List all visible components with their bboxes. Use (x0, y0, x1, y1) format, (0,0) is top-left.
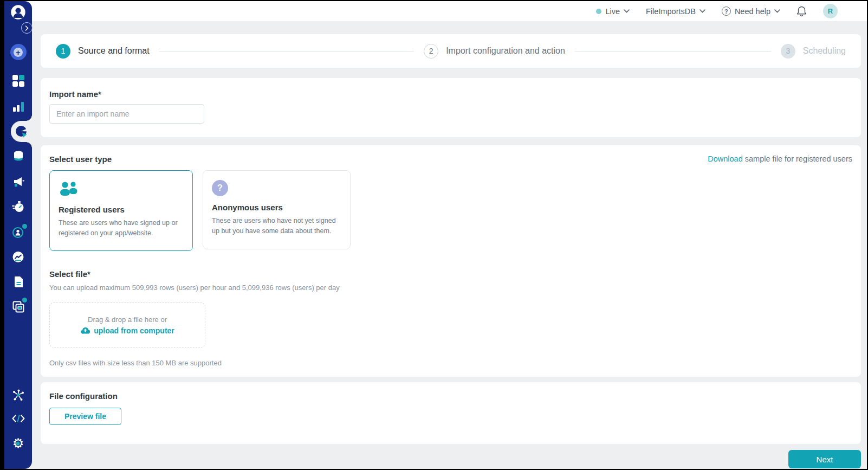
pie-chart-icon (15, 125, 28, 138)
bell-icon (796, 5, 807, 17)
stepper-connector (159, 51, 414, 51)
sidebar-item-insights[interactable] (4, 250, 32, 264)
question-mark-icon: ? (212, 180, 228, 196)
chevron-down-icon (699, 9, 705, 13)
preview-file-button[interactable]: Preview file (49, 408, 121, 425)
project-name: FileImportsDB (646, 7, 696, 16)
database-icon (12, 150, 25, 162)
app-logo[interactable] (4, 4, 32, 20)
user-avatar[interactable]: R (823, 4, 838, 18)
sidebar-expand-button[interactable] (21, 22, 33, 34)
step-number: 1 (56, 44, 70, 59)
step-label: Source and format (78, 46, 150, 56)
sidebar-item-dashboard[interactable] (4, 75, 32, 87)
sidebar-item-analytics[interactable] (4, 102, 32, 112)
chevron-right-icon (25, 25, 29, 31)
help-icon: ? (722, 7, 731, 16)
sidebar-item-journeys[interactable] (4, 200, 32, 214)
environment-label: Live (605, 7, 620, 16)
notification-badge (22, 298, 27, 302)
upload-limit-note: You can upload maximum 509,993 rows (use… (49, 284, 852, 292)
top-bar: Live FileImportsDB ? Need help R (4, 1, 867, 21)
help-menu[interactable]: ? Need help (722, 7, 780, 16)
step-scheduling[interactable]: 3 Scheduling (781, 44, 846, 59)
create-new-button[interactable]: + (4, 44, 32, 60)
main-content: 1 Source and format 2 Import configurati… (32, 21, 867, 469)
sidebar-item-segments-active[interactable] (11, 121, 32, 142)
document-icon (12, 275, 24, 288)
step-label: Scheduling (803, 46, 846, 56)
megaphone-icon (12, 175, 25, 188)
sidebar-item-campaigns[interactable] (4, 175, 32, 188)
sidebar-item-settings[interactable]: ⚙ (4, 437, 32, 450)
file-support-note: Only csv files with size less than 150 M… (49, 359, 852, 367)
next-button[interactable]: Next (788, 450, 861, 468)
step-number: 3 (781, 44, 795, 59)
chevron-down-icon (774, 9, 780, 13)
step-source-and-format[interactable]: 1 Source and format (56, 44, 150, 59)
people-icon (59, 180, 81, 196)
chevron-down-icon (624, 9, 630, 13)
download-sample-link[interactable]: Download (708, 154, 743, 163)
plus-icon: + (10, 44, 27, 60)
sidebar-nav: + (4, 1, 32, 469)
live-status-icon (596, 9, 601, 14)
gear-icon: ⚙ (12, 437, 24, 450)
step-label: Import configuration and action (446, 46, 565, 56)
sidebar-item-data[interactable] (4, 150, 32, 162)
bar-chart-icon (13, 102, 24, 112)
card-title: Anonymous users (212, 203, 341, 212)
step-import-configuration[interactable]: 2 Import configuration and action (424, 44, 565, 59)
select-file-heading: Select file* (49, 269, 852, 279)
cloud-upload-icon (80, 326, 90, 334)
sidebar-item-developer[interactable] (4, 414, 32, 423)
file-dropzone[interactable]: Drag & drop a file here or upload from c… (49, 302, 205, 347)
stopwatch-icon (11, 200, 25, 214)
stepper-connector (575, 51, 771, 51)
wizard-stepper: 1 Source and format 2 Import configurati… (41, 34, 861, 68)
user-type-card-registered[interactable]: Registered users These are users who hav… (49, 170, 193, 251)
network-hub-icon (11, 389, 25, 402)
notification-badge (22, 224, 27, 229)
file-configuration-section: File configuration Preview file (41, 382, 861, 444)
import-name-input[interactable] (49, 104, 204, 124)
import-name-label: Import name* (49, 89, 852, 99)
upload-from-computer-link[interactable]: upload from computer (80, 326, 174, 335)
import-name-section: Import name* (41, 78, 861, 137)
dropzone-text: Drag & drop a file here or (88, 316, 167, 324)
logo-person-icon (10, 4, 26, 20)
card-title: Registered users (59, 205, 184, 214)
wizard-footer: Next (41, 450, 861, 468)
dashboard-grid-icon (12, 75, 24, 87)
notifications-button[interactable] (796, 5, 807, 17)
user-type-heading: Select user type (49, 154, 112, 164)
sidebar-item-integrations[interactable] (4, 389, 32, 402)
download-sample-text: Download sample file for registered user… (708, 154, 852, 163)
user-type-section: Select user type Download sample file fo… (41, 145, 861, 377)
project-selector[interactable]: FileImportsDB (646, 7, 705, 16)
sidebar-item-boards[interactable] (4, 300, 32, 314)
environment-selector[interactable]: Live (596, 7, 630, 16)
card-description: These are users who have signed up or re… (59, 218, 184, 239)
file-config-heading: File configuration (49, 391, 852, 401)
code-icon (11, 414, 25, 423)
help-label: Need help (735, 7, 770, 16)
app-window: Live FileImportsDB ? Need help R (4, 1, 867, 469)
step-number: 2 (424, 44, 438, 59)
sidebar-item-audience[interactable] (4, 226, 32, 239)
user-type-card-anonymous[interactable]: ? Anonymous users These are users who ha… (203, 170, 351, 249)
card-description: These are users who have not yet signed … (212, 216, 341, 236)
sidebar-item-reports[interactable] (4, 275, 32, 288)
trend-chart-icon (11, 250, 25, 264)
